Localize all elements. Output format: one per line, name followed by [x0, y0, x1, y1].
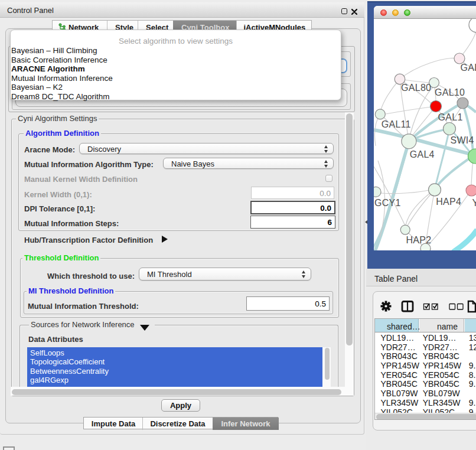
svg-text:GAL10: GAL10 [435, 87, 465, 97]
svg-text:GAL1: GAL1 [438, 112, 463, 122]
svg-text:GAL11: GAL11 [382, 119, 411, 129]
svg-text:GAL7: GAL7 [461, 63, 476, 73]
svg-text:Y: Y [472, 198, 476, 208]
svg-text:GAL80: GAL80 [401, 83, 431, 93]
svg-text:HAP2: HAP2 [406, 235, 431, 245]
svg-text:HAP4: HAP4 [436, 197, 461, 207]
svg-text:GCY1: GCY1 [374, 198, 401, 208]
svg-text:SWI4: SWI4 [451, 135, 474, 145]
svg-text:GAL4: GAL4 [410, 149, 435, 159]
